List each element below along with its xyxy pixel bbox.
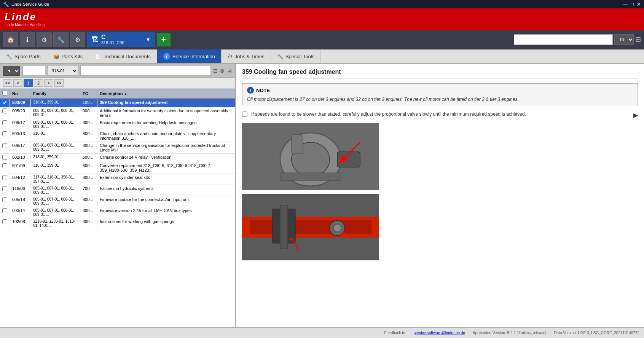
row-checkbox[interactable] bbox=[2, 120, 7, 125]
page-1-btn[interactable]: 1 bbox=[24, 79, 33, 87]
header-description[interactable]: Description ▲ bbox=[97, 89, 235, 99]
row-checkbox[interactable] bbox=[2, 208, 7, 213]
row-family: 005-01, 007-01, 008-01, 009-01 ... bbox=[31, 119, 80, 130]
table-row[interactable]: 006/17 005-01, 007-01, 008-01, 009-01 ..… bbox=[0, 142, 235, 154]
window-controls[interactable]: — □ ✕ bbox=[623, 2, 641, 7]
row-description: Extension cylinder seal kits bbox=[97, 174, 235, 185]
print-icon[interactable]: 🖨 bbox=[227, 68, 232, 74]
technical-docs-label: Technical Documents bbox=[104, 54, 151, 59]
svg-point-14 bbox=[333, 224, 341, 232]
vehicle-dropdown-arrow: ▼ bbox=[145, 37, 151, 43]
table-row[interactable]: 504/12 317-01, 318-01, 356-01, 357-01 ..… bbox=[0, 174, 235, 185]
tab-special-tools[interactable]: 🔨 Special Tools bbox=[271, 49, 321, 63]
tools-btn[interactable]: 🔧 bbox=[53, 32, 69, 47]
search-input[interactable] bbox=[514, 34, 613, 45]
row-fg: 600... bbox=[80, 196, 97, 207]
page-prev-btn[interactable]: < bbox=[13, 79, 22, 87]
table-row[interactable]: 502/10 318-01, 359-01 600... Climate con… bbox=[0, 154, 235, 162]
vehicle-selector[interactable]: 🏗 C 318-01, C90 ▼ bbox=[87, 32, 155, 47]
row-checkbox[interactable] bbox=[2, 108, 7, 113]
row-checkbox[interactable] bbox=[2, 186, 7, 191]
spare-parts-icon: 🔧 bbox=[6, 54, 12, 59]
row-checkbox[interactable] bbox=[2, 143, 7, 148]
info-btn[interactable]: ℹ bbox=[20, 32, 35, 47]
row-checkbox-cell bbox=[0, 185, 10, 196]
step-text: If speeds are found to be slower than st… bbox=[251, 111, 630, 118]
filter-search-input[interactable] bbox=[80, 66, 211, 76]
row-description: Climate control 24 V relay - verificatio… bbox=[97, 154, 235, 162]
tab-spare-parts[interactable]: 🔧 Spare Parts bbox=[0, 49, 47, 63]
image-svg-2 bbox=[242, 194, 379, 260]
row-family: 005-01, 007-01, 008-01, 009-01 ... bbox=[31, 185, 80, 196]
table-container: No Family FG Description ▲ bbox=[0, 89, 235, 327]
table-row[interactable]: 503/13 318-01 800... Chain, chain anchor… bbox=[0, 130, 235, 142]
page-last-btn[interactable]: >> bbox=[54, 79, 64, 87]
row-family: 1218-01, 1283-01, 1313-01, 1401-... bbox=[31, 218, 80, 229]
feedback-email[interactable]: service.software@linde-mh.de bbox=[414, 331, 465, 335]
close-btn[interactable]: ✕ bbox=[637, 2, 641, 7]
tab-service-info[interactable]: i Service Information bbox=[157, 49, 222, 63]
row-family: 318-01, 359-01 bbox=[31, 154, 80, 162]
row-no: 003/14 bbox=[10, 207, 31, 218]
row-checkbox[interactable] bbox=[2, 155, 7, 160]
row-no: 504/12 bbox=[10, 174, 31, 185]
header-family[interactable]: Family bbox=[31, 89, 80, 99]
row-checkbox[interactable] bbox=[2, 175, 7, 180]
minimize-btn[interactable]: — bbox=[623, 2, 628, 7]
table-row[interactable]: 005/20 005-01, 007-01, 008-01, 009-01 00… bbox=[0, 107, 235, 119]
row-checkbox[interactable] bbox=[2, 197, 7, 202]
table-row[interactable]: 118/06 005-01, 007-01, 008-01, 009-01 ..… bbox=[0, 185, 235, 196]
app-title: Linde Service Guide bbox=[11, 2, 49, 6]
tab-jobs-times[interactable]: ⏱ Jobs & Times bbox=[222, 49, 271, 63]
page-next-btn[interactable]: > bbox=[44, 79, 53, 87]
filter-apply-icon[interactable]: ⊟ bbox=[213, 68, 218, 74]
row-fg: 800... bbox=[80, 130, 97, 142]
row-checkbox[interactable] bbox=[2, 131, 7, 136]
header-fg[interactable]: FG bbox=[80, 89, 97, 99]
step-expand-icon[interactable]: ▶ bbox=[633, 112, 638, 119]
tab-parts-kits[interactable]: 📦 Parts Kits bbox=[47, 49, 89, 63]
table-row[interactable]: 102/08 1218-01, 1283-01, 1313-01, 1401-.… bbox=[0, 218, 235, 229]
step-checkbox[interactable] bbox=[242, 112, 247, 117]
maximize-btn[interactable]: □ bbox=[631, 2, 634, 7]
row-description: Converter replacement 318_C90-5, 318_C90… bbox=[97, 162, 235, 174]
vehicle-model: 318-01, C90 bbox=[101, 40, 124, 45]
config-btn[interactable]: ⚙ bbox=[70, 32, 85, 47]
filter-text-box[interactable] bbox=[22, 66, 45, 76]
row-checkbox[interactable] bbox=[2, 219, 7, 224]
app-version: Application Version: 5.2.2 [Jenkins_rele… bbox=[473, 331, 546, 335]
image-svg-1 bbox=[242, 123, 379, 190]
row-checkbox-cell bbox=[0, 142, 10, 154]
table-row[interactable]: 503/09 318-01, 359-01 100... 359 Cooling… bbox=[0, 99, 235, 107]
note-text: Oil motor displacement is 27 cc on tier … bbox=[247, 96, 633, 103]
row-fg: 000... bbox=[80, 119, 97, 130]
tab-technical-docs[interactable]: 📄 Technical Documents bbox=[89, 49, 157, 63]
settings-btn[interactable]: ⚙ bbox=[37, 32, 52, 47]
page-2-btn[interactable]: 2 bbox=[34, 79, 43, 87]
table-row[interactable]: 501/09 318-01, 359-01 600... Converter r… bbox=[0, 162, 235, 174]
filter-series-dropdown[interactable]: 318-01 bbox=[48, 66, 78, 76]
row-checkbox[interactable] bbox=[2, 163, 7, 168]
add-vehicle-btn[interactable]: + bbox=[157, 33, 171, 46]
row-family: 005-01, 007-01, 008-01, 009-01 ... bbox=[31, 207, 80, 218]
note-header: i NOTE bbox=[247, 87, 633, 94]
row-checkbox[interactable] bbox=[2, 100, 7, 105]
feedback-label: Feedback to: bbox=[384, 331, 406, 335]
home-btn[interactable]: 🏠 bbox=[3, 32, 18, 47]
detail-panel: 359 Cooling fan speed adjustment i NOTE … bbox=[236, 64, 644, 327]
table-row[interactable]: 003/14 005-01, 007-01, 008-01, 009-01 ..… bbox=[0, 207, 235, 218]
select-all-checkbox[interactable] bbox=[2, 91, 7, 96]
filter-clear-icon[interactable]: ⊗ bbox=[220, 68, 225, 74]
table-row[interactable]: 009/17 005-01, 007-01, 008-01, 009-01 ..… bbox=[0, 119, 235, 130]
page-first-btn[interactable]: << bbox=[3, 79, 12, 87]
global-filter-btn[interactable]: ⊟ bbox=[635, 35, 641, 44]
technical-docs-icon: 📄 bbox=[95, 54, 101, 59]
row-fg: 000... bbox=[80, 218, 97, 229]
row-family: 318-01 bbox=[31, 130, 80, 142]
nav-tabs: 🔧 Spare Parts 📦 Parts Kits 📄 Technical D… bbox=[0, 49, 644, 64]
table-row[interactable]: 005/18 005-01, 007-01, 008-01, 009-01 ..… bbox=[0, 196, 235, 207]
filter-type-dropdown[interactable]: ▼ bbox=[3, 66, 20, 76]
row-no: 006/17 bbox=[10, 142, 31, 154]
header-no[interactable]: No bbox=[10, 89, 31, 99]
search-to-dropdown[interactable]: To bbox=[614, 34, 634, 45]
